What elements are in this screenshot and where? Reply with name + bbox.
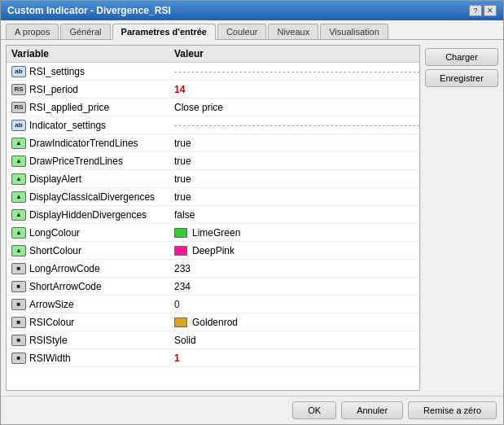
var-name: RSI_period: [29, 84, 78, 95]
var-name: DrawPriceTrendLines: [29, 156, 123, 167]
var-cell: ■ ArrowSize: [11, 299, 174, 310]
main-window: Custom Indicator - Divergence_RSI ? ✕ A …: [0, 0, 504, 425]
var-cell: RS RSI_applied_price: [11, 102, 174, 113]
var-cell: ▲ DisplayAlert: [11, 173, 174, 185]
badge-rs: RS: [11, 102, 26, 113]
var-name: ShortArrowCode: [29, 281, 102, 292]
value-red: 14: [174, 84, 185, 95]
var-cell: ■ RSIStyle: [11, 335, 174, 346]
var-name: LongArrowCode: [29, 263, 100, 274]
badge-tri: ▲: [11, 227, 26, 239]
table-row[interactable]: ab Indicator_settings ------------------…: [7, 116, 419, 134]
var-cell: RS RSI_period: [11, 84, 174, 95]
var-name: RSI_applied_price: [29, 102, 109, 113]
val-cell: ----------------------------------------…: [174, 120, 420, 129]
val-cell: 1: [174, 353, 414, 364]
var-cell: ab RSI_settings: [11, 66, 174, 77]
val-cell: 234: [174, 281, 414, 292]
separator-value: ----------------------------------------…: [174, 67, 420, 76]
var-name: DisplayAlert: [29, 173, 81, 185]
var-cell: ▲ ShortColour: [11, 245, 174, 256]
help-button[interactable]: ?: [469, 5, 482, 16]
value-blue: 0: [174, 299, 180, 310]
side-buttons: Charger Enregistrer: [425, 45, 498, 391]
value-text: Goldenrod: [192, 317, 238, 328]
table-row[interactable]: ■ ArrowSize 0: [7, 296, 419, 313]
val-cell: false: [174, 209, 414, 221]
val-cell: ----------------------------------------…: [174, 67, 420, 76]
tab-params[interactable]: Parametres d'entrée: [112, 24, 216, 40]
separator-value: ----------------------------------------…: [174, 120, 420, 129]
table-row[interactable]: ▲ LongColour LimeGreen: [7, 224, 419, 242]
var-cell: ■ LongArrowCode: [11, 263, 174, 274]
var-cell: ■ RSIColour: [11, 317, 174, 328]
title-bar: Custom Indicator - Divergence_RSI ? ✕: [1, 1, 503, 20]
badge-rs: RS: [11, 84, 26, 95]
table-header: Variable Valeur: [7, 46, 419, 63]
table-row[interactable]: RS RSI_period 14: [7, 81, 419, 99]
val-cell: 233: [174, 263, 414, 274]
enregistrer-button[interactable]: Enregistrer: [425, 69, 498, 87]
val-cell: true: [174, 191, 414, 203]
badge-tri: ▲: [11, 173, 26, 185]
var-cell: ▲ DisplayHiddenDivergences: [11, 209, 174, 221]
ok-button[interactable]: OK: [292, 401, 336, 419]
value-text: Close price: [174, 102, 223, 113]
badge-tri: ▲: [11, 209, 26, 221]
content-area: Variable Valeur ab RSI_settings --------…: [1, 40, 503, 396]
color-swatch: [174, 228, 187, 238]
table-row[interactable]: ▲ DrawIndicatorTrendLines true: [7, 134, 419, 152]
var-name: DisplayHiddenDivergences: [29, 209, 147, 221]
var-name: ArrowSize: [29, 299, 74, 310]
table-row[interactable]: ▲ DisplayHiddenDivergences false: [7, 206, 419, 224]
annuler-button[interactable]: Annuler: [341, 401, 403, 419]
remise-button[interactable]: Remise a zéro: [408, 401, 497, 419]
var-name: RSI_settings: [29, 66, 85, 77]
badge-tri: ▲: [11, 138, 26, 149]
var-cell: ■ RSIWidth: [11, 353, 174, 364]
tab-apropos[interactable]: A propos: [6, 24, 59, 39]
tab-visualisation[interactable]: Visualisation: [320, 24, 388, 39]
value-red: 1: [174, 353, 180, 364]
close-button[interactable]: ✕: [484, 5, 497, 16]
table-row[interactable]: ▲ DisplayClassicalDivergences true: [7, 188, 419, 206]
var-cell: ▲ DisplayClassicalDivergences: [11, 191, 174, 203]
table-row[interactable]: ▲ DrawPriceTrendLines true: [7, 152, 419, 170]
footer: OK Annuler Remise a zéro: [1, 396, 503, 424]
value-text: LimeGreen: [192, 227, 240, 239]
val-cell: DeepPink: [174, 245, 414, 256]
tab-general[interactable]: Général: [60, 24, 110, 39]
table-row[interactable]: ab RSI_settings ------------------------…: [7, 63, 419, 81]
charger-button[interactable]: Charger: [425, 48, 498, 66]
badge-sq: ■: [11, 317, 26, 328]
table-row[interactable]: ■ ShortArrowCode 234: [7, 278, 419, 296]
var-name: DisplayClassicalDivergences: [29, 191, 155, 203]
table-row[interactable]: ■ LongArrowCode 233: [7, 260, 419, 278]
table-row[interactable]: ■ RSIStyle Solid: [7, 331, 419, 349]
tab-couleur[interactable]: Couleur: [217, 24, 267, 39]
value-text: true: [174, 173, 191, 185]
badge-tri: ▲: [11, 191, 26, 203]
col-variable-header: Variable: [11, 48, 174, 59]
value-text: Solid: [174, 335, 196, 346]
var-cell: ab Indicator_settings: [11, 120, 174, 131]
var-cell: ▲ DrawPriceTrendLines: [11, 156, 174, 167]
badge-sq: ■: [11, 281, 26, 292]
badge-tri: ▲: [11, 156, 26, 167]
value-text: 233: [174, 263, 191, 274]
badge-sq: ■: [11, 299, 26, 310]
tabs-row: A propos Général Parametres d'entrée Cou…: [1, 20, 503, 40]
table-row[interactable]: ▲ ShortColour DeepPink: [7, 242, 419, 260]
table-row[interactable]: RS RSI_applied_price Close price: [7, 99, 419, 116]
tab-niveaux[interactable]: Niveaux: [268, 24, 318, 39]
badge-ab: ab: [11, 120, 26, 131]
table-row[interactable]: ■ RSIColour Goldenrod: [7, 313, 419, 331]
badge-tri: ▲: [11, 245, 26, 256]
col-valeur-header: Valeur: [174, 48, 414, 59]
table-row[interactable]: ■ RSIWidth 1: [7, 349, 419, 367]
table-row[interactable]: ▲ DisplayAlert true: [7, 170, 419, 188]
val-cell: Close price: [174, 102, 414, 113]
value-text: true: [174, 191, 191, 203]
val-cell: true: [174, 173, 414, 185]
var-cell: ▲ DrawIndicatorTrendLines: [11, 138, 174, 149]
